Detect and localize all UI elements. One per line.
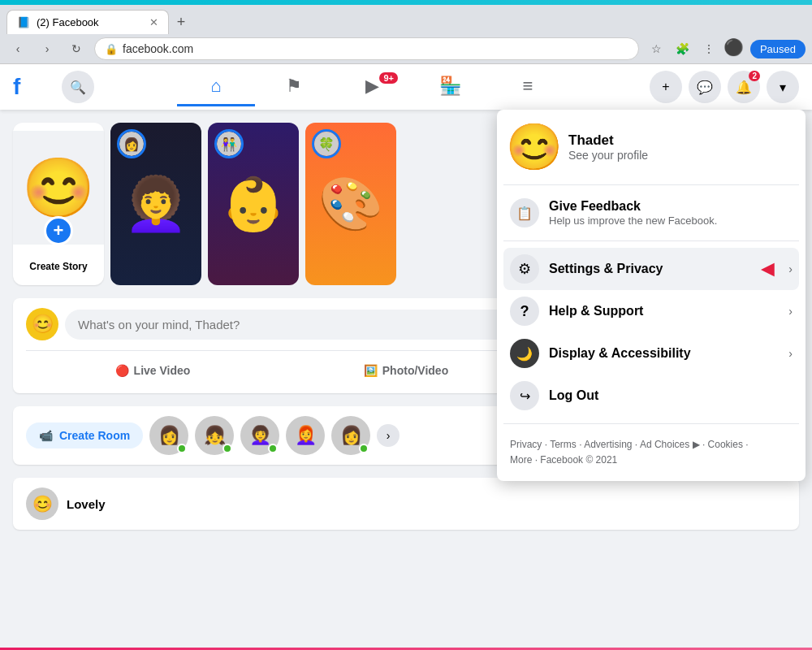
gear-icon: ⚙ xyxy=(518,260,531,278)
photo-label: Photo/Video xyxy=(382,364,448,377)
chevron-down-icon: ▾ xyxy=(780,80,786,95)
video-room-icon: 📹 xyxy=(39,429,53,442)
settings-privacy-item[interactable]: ⚙ Settings & Privacy ◄ › xyxy=(503,248,799,290)
extensions-menu-button[interactable]: ⋮ xyxy=(698,37,720,60)
story-card-2[interactable]: 👶 👫 xyxy=(208,123,299,285)
contact-1[interactable]: 👩 xyxy=(149,416,188,455)
nav-menu[interactable]: ≡ xyxy=(489,67,567,106)
header-right: + 💬 🔔 2 ▾ xyxy=(650,71,799,103)
footer-advertising-link[interactable]: Advertising xyxy=(584,439,632,450)
profile-section[interactable]: 😊 Thadet See your profile xyxy=(503,116,799,178)
marketplace-icon: 🏪 xyxy=(439,76,461,97)
story-plus-icon: + xyxy=(44,216,73,245)
create-story-card[interactable]: 😊 + Create Story xyxy=(13,123,104,285)
nav-flag[interactable]: ⚑ xyxy=(255,67,333,106)
settings-text: Settings & Privacy xyxy=(549,262,744,276)
close-tab-icon[interactable]: ✕ xyxy=(149,16,158,28)
display-chevron-icon: › xyxy=(788,347,793,360)
account-dropdown: 😊 Thadet See your profile 📋 Give Feedbac… xyxy=(497,110,806,481)
logout-text: Log Out xyxy=(549,388,793,403)
profile-circle-icon: ⚫ xyxy=(723,37,744,60)
footer-adchoices-link[interactable]: Ad Choices ▶ xyxy=(640,439,700,450)
browser-chrome: 📘 (2) Facebook ✕ + ‹ › ↻ 🔒 facebook.com … xyxy=(0,5,812,64)
contact-5[interactable]: 👩 xyxy=(331,416,370,455)
live-video-button[interactable]: 🔴 Live Video xyxy=(26,358,279,384)
contact-4-avatar: 👩‍🦰 xyxy=(286,416,325,455)
reload-button[interactable]: ↻ xyxy=(65,37,88,60)
nav-home[interactable]: ⌂ xyxy=(177,67,255,106)
footer-cookies-link[interactable]: Cookies xyxy=(708,439,743,450)
url-bar-actions: ☆ 🧩 ⋮ ⚫ xyxy=(646,37,744,60)
forward-button[interactable]: › xyxy=(36,37,58,60)
profile-name: Thadet xyxy=(568,132,648,149)
url-bar[interactable]: 🔒 facebook.com xyxy=(94,37,639,60)
display-text: Display & Accessibility xyxy=(549,346,779,361)
photo-video-button[interactable]: 🖼️ Photo/Video xyxy=(279,358,533,384)
footer-terms-link[interactable]: Terms xyxy=(550,439,577,450)
story-card-3[interactable]: 🎨 🍀 xyxy=(305,123,396,285)
new-tab-button[interactable]: + xyxy=(169,10,193,34)
lovely-name: Lovely xyxy=(67,497,106,511)
create-icon: + xyxy=(662,80,669,94)
help-support-item[interactable]: ? Help & Support › xyxy=(503,290,799,332)
logout-item[interactable]: ↪ Log Out xyxy=(503,375,799,417)
feedback-title: Give Feedback xyxy=(549,199,793,214)
extensions-button[interactable]: 🧩 xyxy=(672,37,694,60)
feed-item-lovely: 😊 Lovely xyxy=(13,478,799,530)
divider-footer xyxy=(503,423,799,424)
help-icon-container: ? xyxy=(510,297,539,326)
create-room-button[interactable]: 📹 Create Room xyxy=(26,422,143,448)
contact-3[interactable]: 👩‍🦱 xyxy=(240,416,279,455)
paused-label: Paused xyxy=(760,43,796,55)
tab-title: (2) Facebook xyxy=(37,16,99,28)
nav-video[interactable]: ▶ 9+ xyxy=(333,67,411,106)
footer-more-link[interactable]: More xyxy=(510,454,532,466)
online-indicator-5 xyxy=(359,444,369,453)
logout-icon-container: ↪ xyxy=(510,381,539,410)
question-mark-icon: ? xyxy=(520,303,529,320)
back-button[interactable]: ‹ xyxy=(6,37,29,60)
header-nav: ⌂ ⚑ ▶ 9+ 🏪 ≡ xyxy=(94,67,650,106)
contact-2[interactable]: 👧 xyxy=(195,416,234,455)
notifications-button[interactable]: 🔔 2 xyxy=(728,71,760,103)
search-button[interactable]: 🔍 xyxy=(62,71,94,103)
header-left: f xyxy=(13,74,62,100)
active-tab[interactable]: 📘 (2) Facebook ✕ xyxy=(6,10,169,34)
paused-button[interactable]: Paused xyxy=(750,40,806,58)
profile-large-emoji: 😊 xyxy=(510,123,559,171)
display-title: Display & Accessibility xyxy=(549,346,779,361)
messenger-icon: 💬 xyxy=(697,80,713,95)
nav-marketplace[interactable]: 🏪 xyxy=(411,67,489,106)
messenger-button[interactable]: 💬 xyxy=(689,71,721,103)
online-indicator-3 xyxy=(268,444,278,453)
online-indicator-1 xyxy=(177,444,187,453)
feedback-icon: 📋 xyxy=(516,206,533,221)
story-3-avatar: 🍀 xyxy=(312,129,341,158)
contacts-next-button[interactable]: › xyxy=(377,424,400,447)
menu-icon: ≡ xyxy=(523,76,533,97)
bookmark-button[interactable]: ☆ xyxy=(646,37,668,60)
divider-2 xyxy=(503,240,799,241)
contact-4[interactable]: 👩‍🦰 xyxy=(286,416,325,455)
give-feedback-item[interactable]: 📋 Give Feedback Help us improve the new … xyxy=(503,192,799,234)
video-icon: ▶ xyxy=(365,76,379,97)
feedback-icon-container: 📋 xyxy=(510,198,539,228)
story-1-avatar: 👩 xyxy=(117,129,146,158)
create-room-label: Create Room xyxy=(59,429,130,442)
tab-favicon: 📘 xyxy=(17,16,30,28)
story-card-1[interactable]: 👩‍🦱 👩 xyxy=(110,123,201,285)
feedback-text: Give Feedback Help us improve the new Fa… xyxy=(549,199,793,227)
create-button[interactable]: + xyxy=(650,71,682,103)
story-2-avatar: 👫 xyxy=(214,129,244,158)
logout-icon: ↪ xyxy=(520,388,530,404)
facebook-header: f 🔍 ⌂ ⚑ ▶ 9+ 🏪 ≡ xyxy=(0,64,812,110)
settings-title: Settings & Privacy xyxy=(549,262,744,276)
footer-privacy-link[interactable]: Privacy xyxy=(510,439,542,450)
display-accessibility-item[interactable]: 🌙 Display & Accessibility › xyxy=(503,332,799,375)
help-title: Help & Support xyxy=(549,304,779,318)
photo-icon: 🖼️ xyxy=(364,364,378,377)
red-arrow-indicator: ◄ xyxy=(757,256,780,282)
story-3-avatar-img: 🍀 xyxy=(314,132,339,156)
account-menu-button[interactable]: ▾ xyxy=(767,71,799,103)
story-2-avatar-img: 👫 xyxy=(217,132,241,156)
